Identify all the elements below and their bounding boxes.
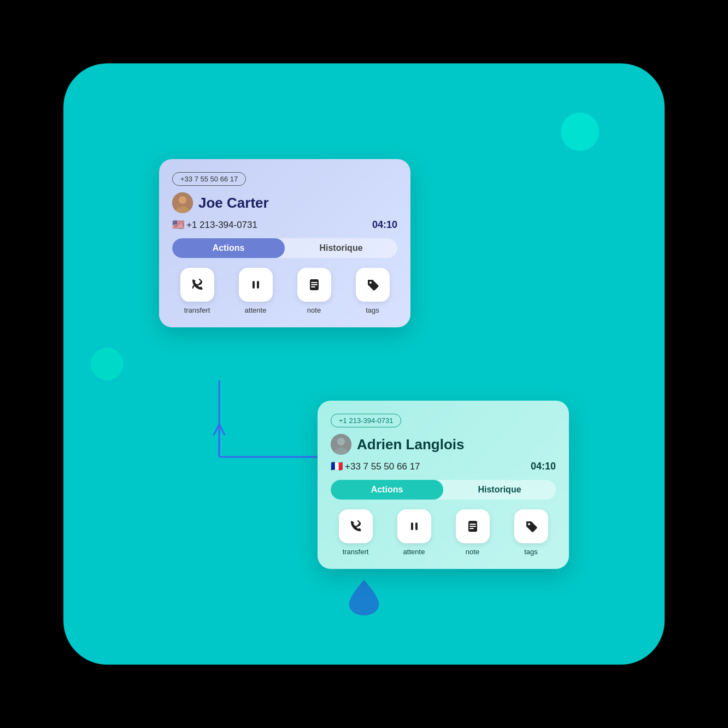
joe-tags-label: tags — [366, 306, 379, 314]
card-joe: +33 7 55 50 66 17 Joe Carter 🇺🇸+1 213-39… — [159, 159, 410, 327]
joe-tags-icon-circle — [356, 268, 390, 302]
joe-timer: 04:10 — [372, 219, 397, 231]
adrien-attente-icon-circle — [397, 509, 431, 543]
svg-rect-7 — [257, 281, 259, 289]
adrien-note-icon — [465, 519, 480, 534]
joe-tab-actions[interactable]: Actions — [172, 238, 285, 258]
joe-flag: 🇺🇸 — [172, 219, 184, 230]
adrien-action-attente[interactable]: attente — [397, 509, 431, 556]
adrien-call-info: 🇫🇷+33 7 55 50 66 17 04:10 — [331, 460, 556, 472]
svg-point-22 — [528, 523, 530, 525]
adrien-tab-history[interactable]: Historique — [443, 480, 556, 500]
adrien-pause-icon — [407, 519, 422, 534]
adrien-action-transfert[interactable]: transfert — [339, 509, 373, 556]
joe-tabs: Actions Historique — [172, 238, 397, 258]
adrien-tags-icon-circle — [514, 509, 548, 543]
joe-action-attente[interactable]: attente — [239, 268, 273, 314]
joe-contact-row: Joe Carter — [172, 192, 397, 213]
adrien-tags-label: tags — [524, 548, 538, 556]
adrien-transfert-label: transfert — [343, 548, 369, 556]
svg-rect-6 — [253, 281, 255, 289]
joe-note-label: note — [307, 306, 321, 314]
adrien-tag-icon — [524, 519, 539, 534]
svg-point-4 — [179, 196, 186, 204]
deco-circle-top-right — [561, 113, 599, 151]
adrien-transfert-icon — [348, 519, 363, 534]
main-container: +33 7 55 50 66 17 Joe Carter 🇺🇸+1 213-39… — [63, 63, 665, 665]
adrien-note-icon-circle — [456, 509, 490, 543]
joe-transfert-icon-circle — [180, 268, 214, 302]
adrien-phone-badge: +1 213-394-0731 — [331, 414, 401, 427]
adrien-tabs: Actions Historique — [331, 480, 556, 500]
adrien-action-tags[interactable]: tags — [514, 509, 548, 556]
deco-teardrop — [349, 580, 379, 615]
joe-actions-row: transfert attente — [172, 268, 397, 314]
adrien-call-number: 🇫🇷+33 7 55 50 66 17 — [331, 460, 420, 472]
joe-note-icon-circle — [297, 268, 331, 302]
joe-action-note[interactable]: note — [297, 268, 331, 314]
deco-circle-left — [91, 348, 124, 380]
svg-rect-16 — [411, 522, 413, 530]
adrien-timer: 04:10 — [531, 461, 556, 472]
adrien-contact-row: Adrien Langlois — [331, 434, 556, 455]
adrien-flag: 🇫🇷 — [331, 461, 343, 472]
adrien-attente-label: attente — [403, 548, 425, 556]
cards-area: +33 7 55 50 66 17 Joe Carter 🇺🇸+1 213-39… — [159, 159, 569, 569]
joe-call-info: 🇺🇸+1 213-394-0731 04:10 — [172, 219, 397, 231]
note-icon — [307, 277, 322, 292]
svg-point-12 — [369, 281, 372, 284]
joe-transfert-label: transfert — [184, 306, 210, 314]
joe-attente-icon-circle — [239, 268, 273, 302]
adrien-actions-row: transfert attente — [331, 509, 556, 556]
joe-name: Joe Carter — [198, 195, 269, 212]
tag-icon — [365, 277, 380, 292]
adrien-note-label: note — [466, 548, 479, 556]
adrien-name: Adrien Langlois — [357, 436, 464, 453]
transfert-icon — [190, 277, 205, 292]
joe-action-transfert[interactable]: transfert — [180, 268, 214, 314]
card-adrien: +1 213-394-0731 Adrien Langlois 🇫🇷+33 7 … — [318, 401, 569, 569]
joe-call-number: 🇺🇸+1 213-394-0731 — [172, 219, 257, 231]
joe-tab-history[interactable]: Historique — [285, 238, 397, 258]
adrien-avatar — [331, 434, 351, 455]
adrien-action-note[interactable]: note — [456, 509, 490, 556]
adrien-transfert-icon-circle — [339, 509, 373, 543]
pause-icon — [248, 277, 263, 292]
joe-avatar — [172, 192, 193, 213]
joe-attente-label: attente — [245, 306, 267, 314]
svg-point-14 — [337, 438, 345, 445]
svg-rect-17 — [415, 522, 418, 530]
joe-action-tags[interactable]: tags — [356, 268, 390, 314]
adrien-tab-actions[interactable]: Actions — [331, 480, 443, 500]
joe-phone-badge: +33 7 55 50 66 17 — [172, 172, 246, 186]
